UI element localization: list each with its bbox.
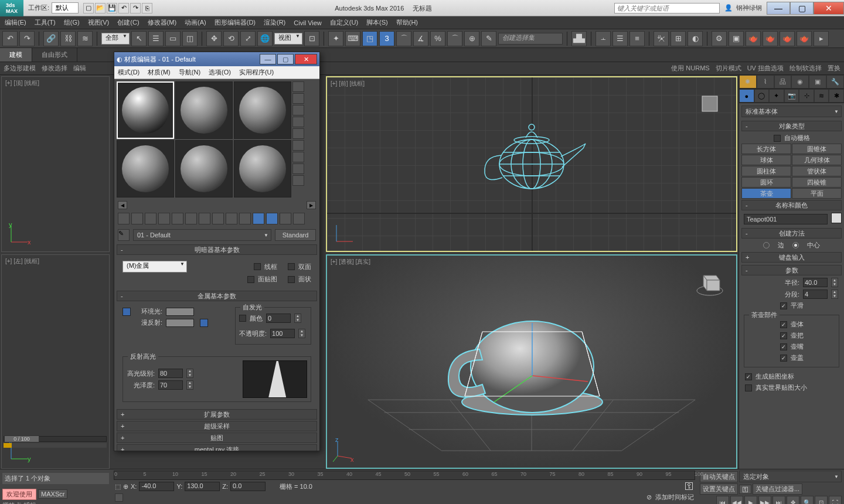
layers-icon[interactable]: ☰ <box>612 31 628 46</box>
display-tab-icon[interactable]: ▣ <box>809 75 826 88</box>
mat-close-button[interactable]: ✕ <box>295 54 317 64</box>
wire-checkbox[interactable] <box>254 263 261 270</box>
material-slot-2[interactable] <box>175 81 233 139</box>
prim-torus[interactable]: 圆环 <box>741 177 791 188</box>
ref-coord-dropdown[interactable]: 视图 <box>274 33 302 45</box>
mat-maximize-button[interactable]: ▢ <box>277 54 294 64</box>
render-icon[interactable]: 🫖 <box>746 31 761 46</box>
mirror-icon[interactable]: ▟▙ <box>571 31 587 46</box>
menu-group[interactable]: 组(G) <box>64 18 80 27</box>
qat-undo-icon[interactable]: ↶ <box>118 3 129 13</box>
gen-uv-checkbox[interactable] <box>745 373 752 380</box>
qat-link-icon[interactable]: ⎘ <box>142 3 152 13</box>
mat-menu-nav[interactable]: 导航(N) <box>179 68 200 77</box>
face-map-checkbox[interactable] <box>247 276 254 283</box>
timeline-ruler[interactable]: 0510152025303540455055606570758085909510… <box>114 471 695 480</box>
parameters-header[interactable]: -参数 <box>741 265 842 275</box>
ref-coord-icon[interactable]: 🌐 <box>257 31 273 46</box>
get-material-icon[interactable] <box>118 213 130 224</box>
mat-menu-options[interactable]: 选项(O) <box>209 68 231 77</box>
zoom-icon[interactable]: 🔍 <box>801 496 814 504</box>
lights-icon[interactable]: ✦ <box>769 89 784 103</box>
geometry-icon[interactable]: ● <box>739 89 754 103</box>
ribbon-displace[interactable]: 置换 <box>828 64 840 73</box>
ribbon-slice[interactable]: 切片模式 <box>716 64 741 73</box>
sample-slots-icon[interactable] <box>280 213 291 224</box>
autogrid-checkbox[interactable] <box>774 135 781 142</box>
render-setup-icon[interactable]: ⚙ <box>712 31 727 46</box>
lock-diffuse-icon[interactable] <box>200 319 208 327</box>
material-name-dropdown[interactable]: 01 - Default <box>133 229 271 241</box>
named-selection-input[interactable]: 创建选择集 <box>498 33 563 45</box>
time-slider[interactable]: 0 / 100 <box>4 436 107 448</box>
scale-icon[interactable]: ⤢ <box>240 31 256 46</box>
snap-c-icon[interactable]: ⊕ <box>464 31 479 46</box>
select-icon[interactable]: ↖ <box>131 31 147 46</box>
help-search-input[interactable] <box>614 3 720 13</box>
go-parent-icon[interactable] <box>253 213 264 224</box>
handle-checkbox[interactable] <box>780 332 787 339</box>
autokey-button[interactable]: 自动关键点 <box>700 471 738 482</box>
menu-civil[interactable]: Civil View <box>294 19 321 26</box>
show-map-icon[interactable] <box>226 213 237 224</box>
specular-level-spinner[interactable]: 80 <box>158 369 183 378</box>
z-coord-input[interactable]: 0.0 <box>230 482 266 491</box>
shader-type-dropdown[interactable]: (M)金属 <box>122 261 187 273</box>
snap-a-icon[interactable]: % <box>430 31 445 46</box>
menu-modifiers[interactable]: 修改器(M) <box>148 18 177 27</box>
supersampling-header[interactable]: +超级采样 <box>117 421 317 431</box>
redo-icon[interactable]: ↷ <box>19 31 35 46</box>
material-type-button[interactable]: Standard <box>275 229 316 241</box>
faceted-checkbox[interactable] <box>288 276 295 283</box>
unlink-icon[interactable]: ⛓ <box>60 31 76 46</box>
key-target-dropdown[interactable]: 选定对象 <box>739 471 842 482</box>
y-coord-input[interactable]: 130.0 <box>185 482 220 491</box>
render-active-icon[interactable]: 🫖 <box>797 31 812 46</box>
max-viewport-icon[interactable]: ⛶ <box>829 496 842 504</box>
material-slot-6[interactable] <box>234 140 291 197</box>
prim-teapot[interactable]: 茶壶 <box>741 188 791 199</box>
prim-tube[interactable]: 管状体 <box>792 166 842 176</box>
self-illum-spinner[interactable]: 0 <box>266 314 291 323</box>
material-slot-3[interactable] <box>234 81 291 139</box>
window-crossing-icon[interactable]: ◫ <box>182 31 198 46</box>
menu-script[interactable]: 脚本(S) <box>366 18 388 27</box>
ambient-swatch[interactable] <box>166 308 194 316</box>
next-frame-icon[interactable]: ▶▶ <box>758 496 771 504</box>
x-coord-input[interactable]: -40.0 <box>139 482 174 491</box>
self-illum-color-checkbox[interactable] <box>239 315 246 322</box>
ribbon-tab-modeling[interactable]: 建模 <box>0 48 32 62</box>
background-icon[interactable] <box>292 105 304 115</box>
edge-radio[interactable] <box>763 242 770 248</box>
prim-box[interactable]: 长方体 <box>741 144 791 154</box>
lock-icon[interactable]: ⬚ <box>115 483 121 491</box>
sample-type-icon[interactable] <box>292 81 304 92</box>
selection-filter[interactable]: 全部 <box>101 33 130 45</box>
ribbon-modsel[interactable]: 修改选择 <box>42 64 67 73</box>
name-color-header[interactable]: -名称和颜色 <box>741 200 842 210</box>
menu-render[interactable]: 渲染(R) <box>264 18 285 27</box>
snap-toggle-icon[interactable]: ◳ <box>362 31 377 46</box>
play-icon[interactable]: ▶ <box>744 496 757 504</box>
schematic-icon[interactable]: ⊞ <box>671 31 686 46</box>
user-area[interactable]: 👤 钢神绿钢 <box>724 4 762 12</box>
material-slot-4[interactable] <box>117 140 174 197</box>
render-iter-icon[interactable]: 🫖 <box>780 31 795 46</box>
ribbon-uv[interactable]: UV 扭曲选项 <box>747 64 784 73</box>
qat-new-icon[interactable]: ▢ <box>83 3 94 13</box>
prim-geosphere[interactable]: 几何球体 <box>792 155 842 165</box>
edit-named-icon[interactable]: ✎ <box>481 31 496 46</box>
systems-icon[interactable]: ✱ <box>829 89 844 103</box>
ribbon-poly[interactable]: 多边形建模 <box>4 64 36 73</box>
mat-menu-mode[interactable]: 模式(D) <box>118 68 139 77</box>
menu-graph[interactable]: 图形编辑器(D) <box>215 18 256 27</box>
ribbon-edit[interactable]: 编辑 <box>73 64 86 73</box>
prim-cylinder[interactable]: 圆柱体 <box>741 166 791 176</box>
spout-checkbox[interactable] <box>780 343 787 350</box>
video-check-icon[interactable] <box>292 128 304 139</box>
prim-plane[interactable]: 平面 <box>792 188 842 199</box>
snap-b-icon[interactable]: ⌒ <box>447 31 462 46</box>
menu-help[interactable]: 帮助(H) <box>396 18 418 27</box>
workspace-dropdown[interactable]: 默认 <box>52 2 79 13</box>
menu-animation[interactable]: 动画(A) <box>185 18 206 27</box>
